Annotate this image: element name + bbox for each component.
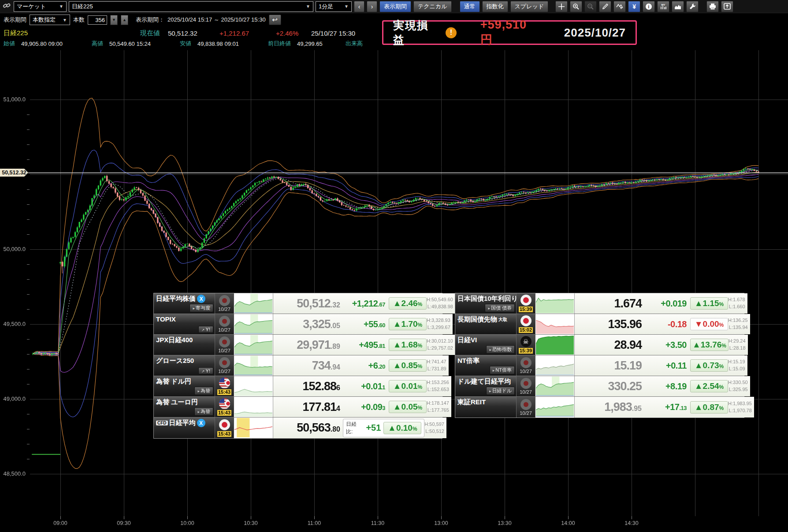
quote-high-low: H:30,012.10L:29,757.02 (427, 338, 453, 352)
count-down-button[interactable]: ▼ (110, 15, 118, 25)
quote-label-cell[interactable]: グロース250↗Y! (154, 355, 215, 376)
warning-icon[interactable]: ! (446, 27, 456, 38)
quote-icon-cell: 15:43 (215, 376, 234, 396)
quote-row-4[interactable]: 為替 ドル円▸為替15:43152.886+0.011▲0.01%H:153.2… (154, 376, 442, 397)
info-button[interactable]: i (643, 1, 655, 12)
zoom-out-button[interactable] (584, 1, 597, 12)
pnl-date: 2025/10/27 (564, 26, 626, 40)
timeframe-select[interactable]: 1分足▼ (316, 1, 352, 12)
quote-sub-button[interactable]: ▸恐怖指数 (486, 345, 515, 354)
quote-high-low: H:178.147L:177.765 (427, 400, 449, 414)
next-button[interactable]: › (367, 1, 377, 12)
crosshair-button[interactable] (555, 1, 568, 12)
quote-sparkline (535, 293, 574, 314)
quote-high-low: H:153.256L:152.653 (427, 379, 449, 393)
main-toolbar: マーケット▼ 日経225▼ 1分足▼ ‹ › 表示期間 テクニカル 通常 指数化… (0, 0, 788, 13)
quote-sub-button[interactable]: ▸為替 (194, 407, 213, 416)
prev-button[interactable]: ‹ (354, 1, 364, 12)
x-social-icon[interactable]: X (197, 295, 205, 303)
count-label: 本数 (73, 16, 85, 24)
quote-change: -0.18 (642, 319, 687, 329)
quote-row-1[interactable]: TOPIX↗Y!10/273,325.05+55.60▲1.70%H:3,328… (154, 314, 442, 335)
quote-change-pct: ▼0.00% (690, 318, 728, 330)
quote-sub-button[interactable]: ▸NT倍率 (490, 366, 515, 374)
japan-flag-icon (520, 399, 532, 410)
quote-label-cell[interactable]: 日本国債10年利回り▸国債 債券 (455, 293, 516, 314)
quote-sparkline (535, 314, 574, 334)
market-select[interactable]: マーケット▼ (14, 1, 67, 12)
technical-button[interactable]: テクニカル (413, 1, 452, 12)
yen-display-button[interactable]: ¥ (628, 1, 640, 12)
prev-close-label: 前日終値 (268, 40, 291, 48)
spread-mode-button[interactable]: スプレッド (510, 1, 549, 12)
quote-row-4[interactable]: ドル建て日経平均▸日経ドル10/27330.25+8.19▲2.54%H:330… (455, 376, 744, 397)
export-button[interactable] (721, 1, 733, 12)
quote-row-3[interactable]: グロース250↗Y!10/27734.94+6.20▲0.85%H:741.47… (154, 355, 442, 376)
quote-label-cell[interactable]: 為替 ドル円▸為替 (154, 376, 215, 396)
quote-sparkline (535, 335, 574, 355)
x-social-icon[interactable]: X (197, 419, 205, 427)
time-badge: 15:43 (217, 431, 231, 437)
trend-cursor-button[interactable] (613, 1, 626, 12)
quote-row-0[interactable]: 日本国債10年利回り▸国債 債券15:391.674+0.019▲1.15%H:… (455, 293, 744, 314)
price-chart-canvas[interactable] (0, 48, 788, 532)
quote-change-pct: ▲13.76% (690, 339, 729, 351)
reset-range-button[interactable]: ↩ (269, 15, 281, 25)
quote-row-0[interactable]: 日経平均株価X▸寄与度10/2750,512.32+1,212.67▲2.46%… (154, 293, 442, 314)
quote-sparkline (234, 314, 273, 334)
draw-pencil-button[interactable] (599, 1, 611, 12)
quote-label-cell[interactable]: ドル建て日経平均▸日経ドル (455, 376, 516, 396)
quote-row-2[interactable]: 日経VI▸恐怖指数☠15:3928.94+3.50▲13.76%H:29.24L… (455, 335, 744, 355)
settings-wrench-button[interactable] (686, 1, 699, 12)
quote-sub-button[interactable]: ↗Y! (198, 367, 213, 374)
quote-sparkline (535, 355, 574, 376)
symbol-select[interactable]: 日経225▼ (69, 1, 313, 12)
quote-icon-cell: 15:43 (215, 417, 234, 438)
bar-count-input[interactable] (88, 15, 107, 25)
count-up-button[interactable]: ▲ (121, 15, 128, 25)
date-badge: 10/27 (520, 390, 532, 395)
svg-text:MY: MY (662, 4, 665, 6)
quote-row-1[interactable]: 長期国債先物大取15:02135.96-0.18▼0.00%H:136.25L:… (455, 314, 744, 335)
period-button[interactable]: 表示期間 (379, 1, 411, 12)
quote-sub-button[interactable]: ▸国債 債券 (485, 304, 515, 312)
quote-label-cell[interactable]: 為替 ユーロ円▸為替 (154, 397, 215, 417)
quote-label-cell[interactable]: NT倍率▸NT倍率 (455, 355, 516, 376)
quote-sub-button[interactable]: ▸寄与度 (190, 304, 213, 312)
quote-label-cell[interactable]: 長期国債先物大取 (455, 314, 516, 334)
normal-mode-button[interactable]: 通常 (460, 1, 480, 12)
quote-label-cell[interactable]: 東証REIT (455, 397, 516, 417)
zoom-in-button[interactable] (570, 1, 582, 12)
quote-sub-button[interactable]: ↗Y! (198, 326, 213, 333)
quote-values: 152.886+0.011▲0.01%H:153.256L:152.653 (273, 376, 451, 396)
quote-row-cfd-6[interactable]: CFD日経平均X15:4350,563.80日経比:+51▲0.10%H:50,… (154, 417, 442, 438)
index-mode-button[interactable]: 指数化 (482, 1, 508, 12)
quote-high-low: H:330.50L:325.95 (728, 379, 748, 393)
quote-row-5[interactable]: 東証REIT10/271,983.95+17.13▲0.87%H:1,983.9… (455, 397, 744, 417)
quote-sub-button[interactable]: ▸日経ドル (486, 387, 515, 395)
my-chart-button[interactable]: MY (657, 1, 669, 12)
quote-row-5[interactable]: 為替 ユーロ円▸為替15:43177.814+0.093▲0.05%H:178.… (154, 397, 442, 417)
quote-label-cell[interactable]: JPX日経400 (154, 335, 215, 355)
quote-value: 1,983.95 (575, 400, 642, 414)
quote-row-3[interactable]: NT倍率▸NT倍率10/2715.19+0.11▲0.73%H:15.19L:1… (455, 355, 744, 376)
quote-name: 日本国債10年利回り (457, 295, 515, 303)
current-price-tag: 50,512.32 (0, 169, 28, 177)
quote-label-cell[interactable]: TOPIX↗Y! (154, 314, 215, 334)
link-icon[interactable] (3, 2, 11, 11)
quote-change: +0.019 (642, 299, 687, 309)
range-mode-select[interactable]: 本数指定▼ (30, 15, 70, 25)
quote-values: 734.94+6.20▲0.85%H:741.47L:731.89 (273, 355, 449, 376)
quote-value: 50,563.80 (273, 421, 340, 435)
quote-change-pct: ▲1.68% (389, 339, 427, 351)
market-panel-right: 日本国債10年利回り▸国債 債券15:391.674+0.019▲1.15%H:… (455, 293, 744, 418)
quote-label-cell[interactable]: CFD日経平均X (154, 417, 215, 438)
quote-label-cell[interactable]: 日経VI▸恐怖指数 (455, 335, 516, 355)
area-chart-button[interactable] (672, 1, 684, 12)
print-button[interactable] (706, 1, 719, 12)
quote-change: +0.11 (642, 361, 687, 371)
quote-label-cell[interactable]: 日経平均株価X▸寄与度 (154, 293, 215, 314)
chevron-down-icon: ▼ (344, 4, 349, 9)
quote-sub-button[interactable]: ▸為替 (194, 387, 213, 395)
quote-row-2[interactable]: JPX日経40010/2729,971.89+495.81▲1.68%H:30,… (154, 335, 442, 355)
